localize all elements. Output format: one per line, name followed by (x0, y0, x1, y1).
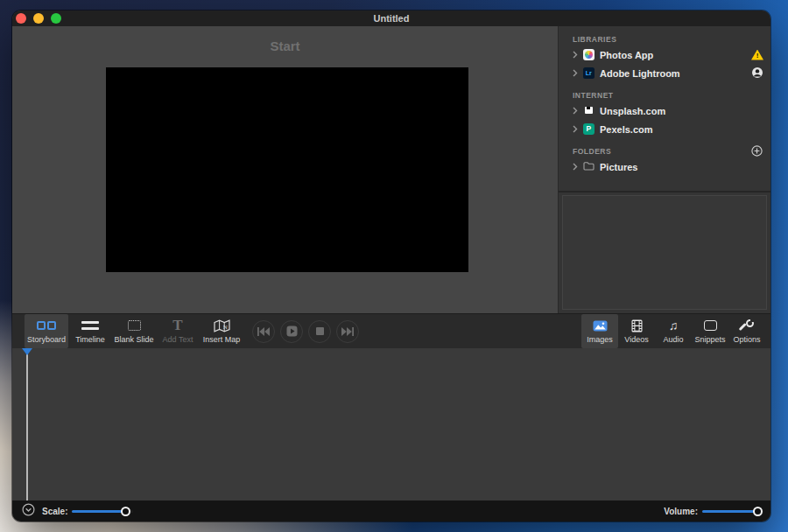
preview-stage: Start (12, 26, 558, 313)
section-header-libraries: LIBRARIES (559, 33, 770, 46)
section-label: FOLDERS (573, 147, 611, 156)
skip-forward-button[interactable] (336, 320, 359, 343)
item-label: Unsplash.com (600, 106, 665, 116)
sidebar-item-pictures[interactable]: Pictures (559, 158, 770, 176)
item-label: Pexels.com (600, 124, 653, 135)
button-label: Insert Map (203, 335, 241, 344)
skip-forward-icon (341, 327, 354, 336)
folder-icon (583, 161, 595, 172)
item-label: Photos App (600, 50, 653, 60)
volume-label: Volume: (664, 507, 698, 516)
stop-icon (316, 327, 324, 335)
chevron-right-icon[interactable] (571, 51, 580, 59)
bottom-bar: Scale: Volume: (12, 500, 770, 522)
window-title: Untitled (374, 13, 410, 24)
scale-label: Scale: (42, 507, 67, 516)
button-label: Audio (663, 335, 683, 344)
storyboard-button[interactable]: Storyboard (25, 314, 68, 348)
videos-tab-button[interactable]: Videos (618, 314, 655, 348)
lightroom-icon: Lr (583, 67, 595, 79)
traffic-lights (16, 13, 61, 24)
media-sidebar: LIBRARIES Photos App ! (558, 26, 770, 313)
sidebar-divider[interactable] (559, 191, 770, 192)
playhead-line[interactable] (26, 348, 28, 500)
pexels-icon: P (583, 123, 595, 135)
storyboard-icon (37, 318, 56, 332)
chevron-right-icon[interactable] (571, 163, 580, 171)
section-label: INTERNET (573, 91, 614, 100)
volume-slider[interactable] (702, 506, 763, 516)
chevron-right-icon[interactable] (571, 125, 580, 133)
blank-slide-icon (128, 318, 141, 332)
images-icon (593, 318, 608, 332)
button-label: Videos (624, 335, 648, 344)
storyboard-canvas[interactable] (12, 348, 770, 500)
sidebar-item-pexels[interactable]: P Pexels.com (559, 120, 770, 138)
button-label: Timeline (75, 335, 105, 344)
button-label: Options (733, 335, 760, 344)
button-label: Snippets (694, 335, 725, 344)
snippets-tab-button[interactable]: Snippets (692, 314, 728, 348)
timeline-button[interactable]: Timeline (68, 314, 112, 348)
photos-app-icon (583, 49, 595, 60)
playback-controls (252, 314, 359, 348)
button-label: Blank Slide (114, 335, 153, 344)
add-text-icon: T (172, 318, 182, 332)
timeline-icon (81, 318, 99, 332)
sidebar-item-adobe-lightroom[interactable]: Lr Adobe Lightroom (559, 64, 770, 82)
start-label: Start (12, 38, 558, 53)
title-bar: Untitled (12, 10, 770, 26)
svg-text:N: N (222, 323, 227, 330)
zoom-window-icon[interactable] (51, 13, 61, 24)
scale-slider[interactable] (72, 506, 133, 516)
skip-back-icon (257, 327, 270, 336)
chevron-right-icon[interactable] (571, 69, 580, 77)
stop-button[interactable] (308, 320, 331, 343)
warning-icon[interactable]: ! (751, 50, 763, 60)
images-tab-button[interactable]: Images (581, 314, 618, 348)
options-wrench-icon (740, 318, 754, 332)
audio-icon: ♫ (669, 318, 679, 332)
button-label: Storyboard (27, 335, 66, 344)
sidebar-item-unsplash[interactable]: Unsplash.com (559, 102, 770, 120)
blank-slide-button[interactable]: Blank Slide (112, 314, 156, 348)
button-label: Add Text (163, 335, 193, 344)
volume-slider-knob[interactable] (753, 507, 763, 516)
section-label: LIBRARIES (573, 35, 616, 44)
playhead-marker-icon[interactable] (22, 348, 32, 355)
close-window-icon[interactable] (16, 13, 26, 24)
play-icon (286, 326, 298, 337)
skip-back-button[interactable] (252, 320, 275, 343)
add-circle-icon[interactable] (751, 145, 763, 158)
audio-tab-button[interactable]: ♫ Audio (655, 314, 692, 348)
account-icon[interactable] (751, 66, 763, 80)
item-label: Adobe Lightroom (600, 68, 680, 79)
videos-icon (631, 318, 643, 332)
slide-preview-screen[interactable] (106, 67, 468, 272)
insert-map-icon: N (214, 318, 230, 332)
app-window: Untitled Start LIBRARIES Pho (12, 10, 770, 522)
insert-map-button[interactable]: N Insert Map (200, 314, 243, 348)
sidebar-item-photos-app[interactable]: Photos App ! (559, 46, 770, 64)
minimize-window-icon[interactable] (33, 13, 44, 24)
scale-slider-knob[interactable] (121, 507, 130, 516)
add-text-button: T Add Text (156, 314, 200, 348)
toolbar: Storyboard Timeline Blank Slide T Add Te… (12, 313, 770, 348)
button-label: Images (587, 335, 613, 344)
item-label: Pictures (600, 162, 637, 172)
options-tab-button[interactable]: Options (728, 314, 765, 348)
chevron-right-icon[interactable] (571, 107, 580, 115)
section-header-folders: FOLDERS (559, 145, 770, 158)
unsplash-icon (583, 105, 595, 116)
collapse-chevron-icon[interactable] (22, 503, 35, 520)
media-preview-pane (562, 195, 767, 310)
section-header-internet: INTERNET (559, 89, 770, 102)
snippets-icon (704, 318, 717, 332)
play-button[interactable] (280, 320, 303, 343)
